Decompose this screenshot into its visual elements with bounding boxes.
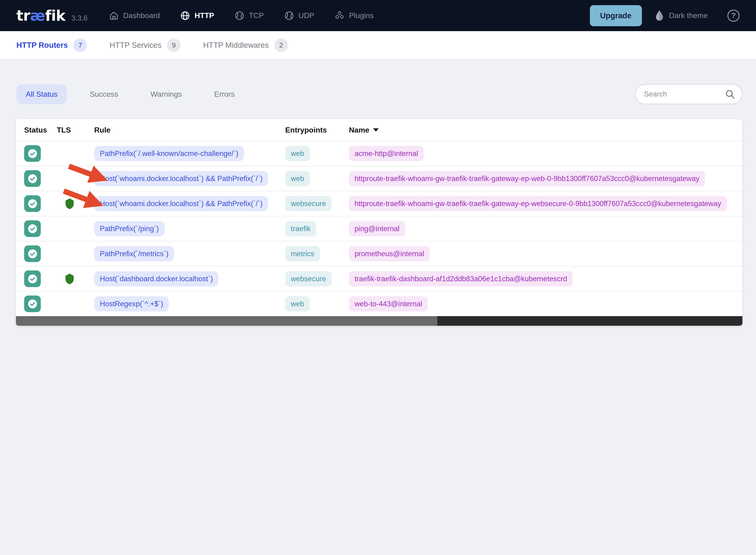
search-box: [635, 84, 743, 104]
router-rule[interactable]: PathPrefix(`/ping`): [94, 221, 164, 237]
entrypoint-badge: web: [285, 296, 310, 312]
entrypoint-badge: web: [285, 146, 310, 161]
table-body: PathPrefix(`/.well-known/acme-challenge/…: [16, 141, 743, 316]
tab-count-badge: 9: [167, 38, 181, 52]
table-row[interactable]: Host(`dashboard.docker.localhost`) webse…: [16, 266, 743, 291]
theme-toggle[interactable]: Dark theme: [654, 10, 708, 22]
status-success-badge: [24, 270, 41, 287]
tab-http-routers[interactable]: HTTP Routers 7: [16, 38, 87, 52]
entrypoint-badge: websecure: [285, 271, 331, 287]
router-rule[interactable]: Host(`whoami.docker.localhost`) && PathP…: [94, 196, 268, 211]
tab-http-middlewares[interactable]: HTTP Middlewares 2: [203, 38, 288, 52]
traefik-wordmark: træfik: [16, 7, 66, 24]
entrypoint-badge: websecure: [285, 196, 331, 211]
router-rule[interactable]: HostRegexp(`^.+$`): [94, 296, 169, 312]
table-row[interactable]: PathPrefix(`/ping`) traefik ping@interna…: [16, 216, 743, 241]
header-rule: Rule: [94, 126, 285, 134]
nav-item-udp[interactable]: UDP: [284, 10, 315, 21]
table-row[interactable]: Host(`whoami.docker.localhost`) && PathP…: [16, 191, 743, 216]
router-name[interactable]: traefik-traefik-dashboard-af1d2ddb83a06e…: [349, 271, 573, 287]
nav-item-tcp[interactable]: TCP: [234, 10, 264, 21]
search-icon: [725, 89, 735, 99]
nav-item-http[interactable]: HTTP: [180, 10, 214, 21]
tab-label: HTTP Services: [110, 41, 161, 50]
tab-count-badge: 7: [73, 38, 87, 52]
status-success-badge: [24, 170, 41, 187]
router-rule[interactable]: Host(`whoami.docker.localhost`) && PathP…: [94, 171, 268, 186]
status-success-badge: [24, 296, 41, 312]
header-tls: TLS: [57, 126, 94, 134]
router-rule[interactable]: PathPrefix(`/metrics`): [94, 246, 174, 262]
tab-count-badge: 2: [274, 38, 288, 52]
udp-icon: [284, 10, 294, 21]
nav-item-label: HTTP: [195, 11, 214, 20]
header-entrypoints: Entrypoints: [285, 126, 349, 134]
router-name[interactable]: prometheus@internal: [349, 246, 430, 262]
tab-label: HTTP Routers: [16, 41, 68, 50]
top-navbar: træfik 3.3.6 Dashboard HTTP TCP UDP Plug…: [0, 0, 756, 31]
horizontal-scrollbar[interactable]: [16, 316, 743, 326]
scrollbar-thumb[interactable]: [16, 316, 437, 326]
status-success-badge: [24, 145, 41, 162]
router-name[interactable]: httproute-traefik-whoami-gw-traefik-trae…: [349, 196, 727, 211]
table-row[interactable]: HostRegexp(`^.+$`) web web-to-443@intern…: [16, 291, 743, 316]
droplet-icon: [654, 10, 664, 22]
section-tabs: HTTP Routers 7 HTTP Services 9 HTTP Midd…: [0, 31, 756, 60]
tab-http-services[interactable]: HTTP Services 9: [110, 38, 181, 52]
status-filter-chips: All Status Success Warnings Errors: [16, 84, 244, 104]
status-success-badge: [24, 220, 41, 237]
header-status: Status: [16, 126, 57, 134]
status-success-badge: [24, 195, 41, 212]
traefik-logo: træfik 3.3.6: [16, 7, 88, 24]
main-nav: Dashboard HTTP TCP UDP Plugins: [109, 10, 374, 21]
entrypoint-badge: traefik: [285, 221, 316, 237]
nav-item-label: Dashboard: [123, 11, 160, 20]
routers-table: Status TLS Rule Entrypoints Name PathPre…: [16, 119, 743, 326]
router-name[interactable]: ping@internal: [349, 221, 405, 237]
globe-icon: [180, 10, 190, 21]
header-name-label: Name: [349, 126, 369, 134]
filter-success[interactable]: Success: [80, 84, 127, 104]
filter-row: All Status Success Warnings Errors: [16, 84, 743, 104]
router-name[interactable]: httproute-traefik-whoami-gw-traefik-trae…: [349, 171, 705, 186]
tls-shield-icon: [65, 198, 75, 210]
tcp-icon: [234, 10, 245, 21]
nav-item-label: TCP: [249, 11, 264, 20]
sort-desc-icon: [373, 128, 379, 132]
header-name-sortable[interactable]: Name: [349, 126, 743, 134]
version-label: 3.3.6: [72, 14, 88, 23]
router-rule[interactable]: Host(`dashboard.docker.localhost`): [94, 271, 218, 287]
nav-item-plugins[interactable]: Plugins: [334, 10, 373, 21]
plugins-icon: [334, 10, 345, 21]
table-row[interactable]: PathPrefix(`/.well-known/acme-challenge/…: [16, 141, 743, 166]
help-icon[interactable]: ?: [727, 10, 740, 22]
filter-all-status[interactable]: All Status: [16, 84, 67, 104]
tls-shield-icon: [65, 273, 75, 285]
nav-item-label: Plugins: [349, 11, 373, 20]
home-icon: [109, 10, 119, 21]
table-row[interactable]: Host(`whoami.docker.localhost`) && PathP…: [16, 166, 743, 191]
router-rule[interactable]: PathPrefix(`/.well-known/acme-challenge/…: [94, 146, 244, 161]
router-name[interactable]: acme-http@internal: [349, 146, 424, 161]
tab-label: HTTP Middlewares: [203, 41, 269, 50]
upgrade-button[interactable]: Upgrade: [590, 5, 642, 26]
theme-toggle-label: Dark theme: [669, 11, 708, 20]
table-header-row: Status TLS Rule Entrypoints Name: [16, 119, 743, 141]
router-name[interactable]: web-to-443@internal: [349, 296, 428, 312]
nav-item-label: UDP: [299, 11, 315, 20]
status-success-badge: [24, 246, 41, 262]
entrypoint-badge: web: [285, 171, 310, 186]
navbar-right: Upgrade Dark theme ?: [590, 5, 740, 26]
nav-item-dashboard[interactable]: Dashboard: [109, 10, 160, 21]
filter-errors[interactable]: Errors: [205, 84, 244, 104]
entrypoint-badge: metrics: [285, 246, 320, 262]
table-row[interactable]: PathPrefix(`/metrics`) metrics prometheu…: [16, 241, 743, 266]
filter-warnings[interactable]: Warnings: [141, 84, 191, 104]
